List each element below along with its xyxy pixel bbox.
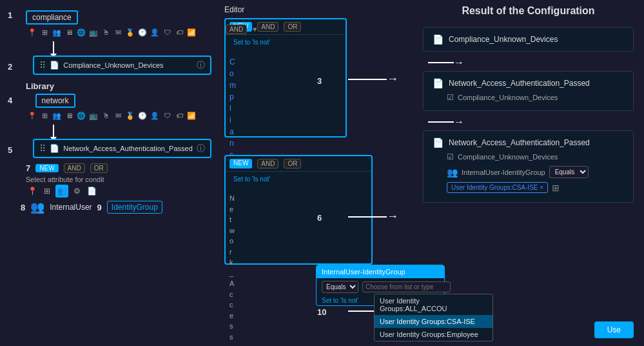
attr-gear-icon[interactable]: ⚙ [70, 185, 83, 198]
attr-grid-icon[interactable]: ⊞ [41, 185, 54, 198]
email-icon-1[interactable]: ✉ [113, 27, 123, 37]
people-icon-large: 👥 [30, 200, 44, 214]
clock-icon-1[interactable]: 🕐 [137, 27, 148, 37]
shield-icon-1[interactable]: 🛡 [162, 27, 172, 37]
new-button[interactable]: NEW [35, 164, 58, 172]
user-icon-1[interactable]: 👤 [150, 27, 160, 37]
editor-label: Editor [224, 5, 244, 14]
and-button[interactable]: AND [64, 163, 85, 173]
step-8-label: 8 [21, 203, 25, 212]
step-2-label: 2 [8, 62, 12, 72]
identity-input[interactable] [362, 281, 451, 292]
and-badge-editor-1[interactable]: AND [257, 22, 278, 32]
location-icon-2[interactable]: 📍 [27, 110, 37, 121]
grid-icon-result[interactable]: ⊞ [552, 183, 560, 193]
cert-icon-1[interactable]: 🏅 [125, 27, 135, 37]
icon-toolbar-1: 📍 ⊞ 👥 🖥 🌐 📺 🖱 ✉ 🏅 🕐 👤 🛡 🏷 📶 [26, 26, 211, 39]
option-1[interactable]: User Identity Groups:ALL_ACCOU [375, 294, 493, 315]
result-sub-name-2: Compliance_Unknown_Devices [458, 94, 558, 101]
location-icon[interactable]: 📍 [27, 27, 37, 37]
result-checkbox-3a: ☑ [447, 152, 454, 161]
shield-icon-2[interactable]: 🛡 [162, 110, 172, 121]
new-badge-editor-2[interactable]: NEW [229, 159, 252, 168]
info-icon-2[interactable]: ⓘ [197, 143, 205, 154]
result-doc-icon-2: 📄 [433, 78, 444, 88]
alt-monitor-icon-2[interactable]: 🖱 [101, 110, 111, 121]
tag-icon-1[interactable]: 🏷 [174, 27, 184, 37]
result-name-2: Network_Access_Authentication_Passed [449, 79, 590, 88]
select-attr-label: Select attribute for condit [26, 176, 211, 183]
result-name-1: Compliance_Unknown_Devices [449, 35, 558, 44]
wifi-icon-2[interactable]: 📶 [186, 110, 197, 121]
arrow-down-1 [53, 41, 54, 54]
step-3-label: 3 [317, 76, 322, 86]
policy-name-2: Network_Access_Authentication_Passed [63, 145, 197, 152]
people-icon-2[interactable]: 👥 [52, 110, 62, 121]
and-badge-editor-2[interactable]: AND [257, 159, 278, 168]
clock-icon-2[interactable]: 🕐 [137, 110, 148, 121]
options-dropdown: User Identity Groups:ALL_ACCOU User Iden… [374, 294, 493, 341]
policy-row-1: ⠿ 📄 Compliance_Unknown_Devices ⓘ [33, 56, 211, 75]
csa-tag: User Identity Groups:CSA-ISE × [447, 182, 548, 193]
grid-icon-1[interactable]: ⊞ [39, 27, 50, 37]
attr-people-icon-active[interactable]: 👥 [55, 185, 68, 198]
identity-group-row: 8 👥 InternalUser 9 IdentityGroup [21, 200, 211, 214]
result-title: Result of the Configuration [423, 5, 634, 17]
attr-doc-icon[interactable]: 📄 [85, 185, 98, 198]
globe-icon-1[interactable]: 🌐 [76, 27, 86, 37]
result-doc-icon-1: 📄 [433, 34, 444, 45]
identity-group-value[interactable]: IdentityGroup [107, 201, 162, 214]
drag-icon-1[interactable]: ⠿ [39, 60, 46, 70]
display-icon-2[interactable]: 🖥 [64, 110, 74, 121]
result-sub-2: ☑ Compliance_Unknown_Devices [447, 91, 624, 104]
display-icon-1[interactable]: 🖥 [64, 27, 74, 37]
email-icon-2[interactable]: ✉ [113, 110, 123, 121]
monitor-icon-2[interactable]: 📺 [88, 110, 99, 121]
step-1-label: 1 [8, 10, 12, 20]
attr-location-icon[interactable]: 📍 [26, 185, 39, 198]
people-icon-1[interactable]: 👥 [52, 27, 62, 37]
result-checkbox-2: ☑ [447, 93, 454, 102]
cert-icon-2[interactable]: 🏅 [125, 110, 135, 121]
grid-icon-2[interactable]: ⊞ [39, 110, 50, 121]
result-box4-name: InternalUser-IdentityGroup [462, 168, 545, 176]
network-tag[interactable]: network [35, 94, 75, 108]
result-sub-name-3a: Compliance_Unknown_Devices [458, 153, 558, 161]
arrow-3: → [348, 72, 398, 86]
tag-icon-2[interactable]: 🏷 [174, 110, 184, 121]
result-box-1: 📄 Compliance_Unknown_Devices [423, 27, 634, 52]
icon-toolbar-2: 📍 ⊞ 👥 🖥 🌐 📺 🖱 ✉ 🏅 🕐 👤 🛡 🏷 📶 [26, 109, 211, 122]
result-people-icon: 👥 [447, 167, 458, 178]
library-label: Library [26, 81, 211, 91]
or-badge-editor-1[interactable]: OR [284, 22, 301, 32]
policy-name-1: Compliance_Unknown_Devices [63, 61, 197, 69]
wifi-icon-1[interactable]: 📶 [186, 27, 197, 37]
or-badge-editor-2[interactable]: OR [284, 159, 301, 168]
info-icon-1[interactable]: ⓘ [197, 59, 205, 71]
result-equals-select[interactable]: Equals [549, 166, 589, 178]
use-button[interactable]: Use [594, 321, 634, 338]
arrow-down-2 [53, 125, 54, 137]
globe-icon-2[interactable]: 🌐 [76, 110, 86, 121]
policy-row-2: ⠿ 📄 Network_Access_Authentication_Passed… [33, 139, 211, 158]
compliance-tag[interactable]: compliance [26, 10, 78, 25]
alt-monitor-icon-1[interactable]: 🖱 [101, 27, 111, 37]
set-is-not-2[interactable]: Set to 'Is not' [229, 174, 367, 184]
drag-icon-2[interactable]: ⠿ [39, 143, 46, 154]
set-is-not-1[interactable]: Set to 'Is not' [229, 37, 342, 47]
user-icon-2[interactable]: 👤 [150, 110, 160, 121]
step-5-label: 5 [8, 145, 12, 155]
step-6-label: 6 [317, 213, 322, 223]
internal-user-label: InternalUser [50, 203, 92, 212]
or-button[interactable]: OR [90, 163, 108, 173]
doc-icon-2: 📄 [50, 144, 59, 153]
result-arrow-2: → [428, 116, 634, 128]
and-label-editor-1: AND [226, 25, 247, 34]
option-3[interactable]: User Identity Groups:Employee [375, 328, 493, 341]
equals-select[interactable]: Equals [322, 281, 358, 293]
identity-equals-row: Equals [317, 278, 444, 296]
result-name-3: Network_Access_Authentication_Passed [449, 138, 590, 147]
monitor-icon-1[interactable]: 📺 [88, 27, 99, 37]
identity-dropdown-header: InternalUser-IdentityGroup [317, 265, 444, 278]
option-2[interactable]: User Identity Groups:CSA-ISE [375, 315, 493, 328]
